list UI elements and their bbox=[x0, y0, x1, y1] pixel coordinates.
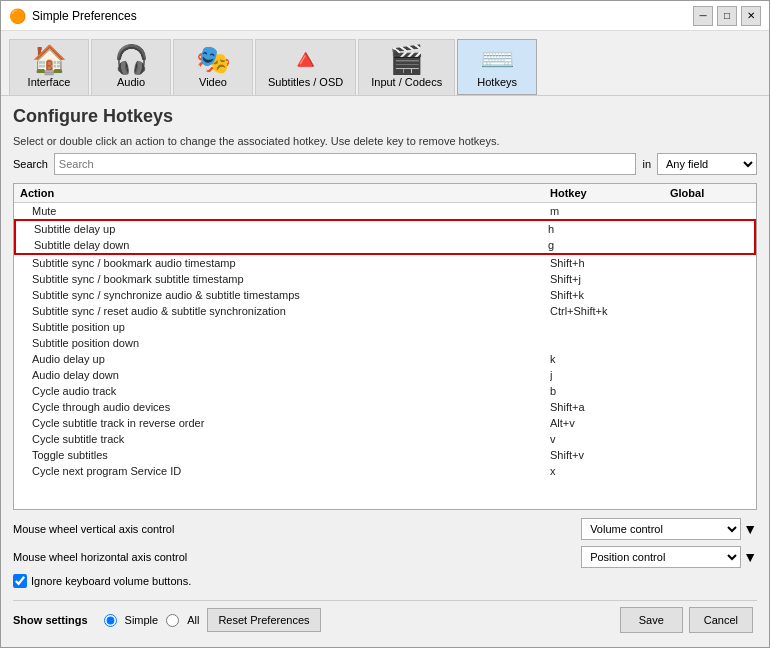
action-cell: Subtitle delay down bbox=[22, 239, 548, 251]
ignore-keyboard-label: Ignore keyboard volume buttons. bbox=[31, 575, 191, 587]
horizontal-axis-label: Mouse wheel horizontal axis control bbox=[13, 551, 581, 563]
radio-simple[interactable] bbox=[104, 614, 117, 627]
action-cell: Subtitle sync / synchronize audio & subt… bbox=[20, 289, 550, 301]
table-row[interactable]: Cycle through audio devicesShift+a bbox=[14, 399, 756, 415]
radio-group: Simple All bbox=[104, 614, 200, 627]
tab-hotkeys[interactable]: ⌨️ Hotkeys bbox=[457, 39, 537, 95]
maximize-button[interactable]: □ bbox=[717, 6, 737, 26]
global-cell bbox=[670, 417, 750, 429]
hotkey-cell: j bbox=[550, 369, 670, 381]
table-row[interactable]: Subtitle position down bbox=[14, 335, 756, 351]
hotkey-cell: Ctrl+Shift+k bbox=[550, 305, 670, 317]
nav-tabs: 🏠 Interface 🎧 Audio 🎭 Video 🔺 Subtitles … bbox=[1, 31, 769, 96]
close-button[interactable]: ✕ bbox=[741, 6, 761, 26]
table-row[interactable]: Toggle subtitlesShift+v bbox=[14, 447, 756, 463]
table-row[interactable]: Cycle audio trackb bbox=[14, 383, 756, 399]
action-cell: Subtitle sync / bookmark audio timestamp bbox=[20, 257, 550, 269]
table-row[interactable]: Cycle subtitle track in reverse orderAlt… bbox=[14, 415, 756, 431]
action-cell: Cycle next program Service ID bbox=[20, 465, 550, 477]
action-cell: Cycle through audio devices bbox=[20, 401, 550, 413]
hotkey-cell: k bbox=[550, 353, 670, 365]
reset-preferences-button[interactable]: Reset Preferences bbox=[207, 608, 320, 632]
hotkey-cell: Shift+k bbox=[550, 289, 670, 301]
action-cell: Cycle subtitle track in reverse order bbox=[20, 417, 550, 429]
title-bar: 🟠 Simple Preferences ─ □ ✕ bbox=[1, 1, 769, 31]
action-cell: Audio delay up bbox=[20, 353, 550, 365]
table-row[interactable]: Mutem bbox=[14, 203, 756, 219]
search-field-select[interactable]: Any field Action Hotkey bbox=[657, 153, 757, 175]
global-cell bbox=[670, 353, 750, 365]
action-cell: Subtitle sync / reset audio & subtitle s… bbox=[20, 305, 550, 317]
table-header: Action Hotkey Global bbox=[14, 184, 756, 203]
app-icon: 🟠 bbox=[9, 8, 26, 24]
interface-icon: 🏠 bbox=[32, 46, 67, 74]
hotkey-cell: m bbox=[550, 205, 670, 217]
horizontal-axis-select[interactable]: Position control Volume control bbox=[581, 546, 741, 568]
action-cell: Mute bbox=[20, 205, 550, 217]
cancel-button[interactable]: Cancel bbox=[689, 607, 753, 633]
table-row[interactable]: Subtitle position up bbox=[14, 319, 756, 335]
column-action: Action bbox=[20, 187, 550, 199]
radio-all[interactable] bbox=[166, 614, 179, 627]
table-row[interactable]: Subtitle delay downg bbox=[16, 237, 754, 253]
hotkey-cell: v bbox=[550, 433, 670, 445]
tab-input[interactable]: 🎬 Input / Codecs bbox=[358, 39, 455, 95]
radio-all-label: All bbox=[187, 614, 199, 626]
global-cell bbox=[670, 369, 750, 381]
table-row[interactable]: Subtitle sync / synchronize audio & subt… bbox=[14, 287, 756, 303]
search-label: Search bbox=[13, 158, 48, 170]
action-cell: Audio delay down bbox=[20, 369, 550, 381]
tab-interface[interactable]: 🏠 Interface bbox=[9, 39, 89, 95]
table-row[interactable]: Audio delay upk bbox=[14, 351, 756, 367]
global-cell bbox=[670, 273, 750, 285]
table-row[interactable]: Subtitle sync / bookmark subtitle timest… bbox=[14, 271, 756, 287]
ignore-keyboard-row: Ignore keyboard volume buttons. bbox=[13, 574, 757, 588]
footer: Show settings Simple All Reset Preferenc… bbox=[13, 600, 757, 637]
tab-subtitles[interactable]: 🔺 Subtitles / OSD bbox=[255, 39, 356, 95]
highlighted-group: Subtitle delay uphSubtitle delay downg bbox=[14, 219, 756, 255]
action-cell: Subtitle position up bbox=[20, 321, 550, 333]
video-icon: 🎭 bbox=[196, 46, 231, 74]
hotkey-cell: g bbox=[548, 239, 668, 251]
action-cell: Subtitle sync / bookmark subtitle timest… bbox=[20, 273, 550, 285]
column-hotkey: Hotkey bbox=[550, 187, 670, 199]
global-cell bbox=[668, 239, 748, 251]
hotkey-cell: Alt+v bbox=[550, 417, 670, 429]
hotkey-cell: b bbox=[550, 385, 670, 397]
minimize-button[interactable]: ─ bbox=[693, 6, 713, 26]
hotkey-cell bbox=[550, 321, 670, 333]
global-cell bbox=[670, 289, 750, 301]
table-row[interactable]: Audio delay downj bbox=[14, 367, 756, 383]
table-row[interactable]: Subtitle sync / bookmark audio timestamp… bbox=[14, 255, 756, 271]
action-cell: Cycle subtitle track bbox=[20, 433, 550, 445]
hotkeys-icon: ⌨️ bbox=[480, 46, 515, 74]
tab-audio[interactable]: 🎧 Audio bbox=[91, 39, 171, 95]
table-row[interactable]: Subtitle delay uph bbox=[16, 221, 754, 237]
action-cell: Subtitle position down bbox=[20, 337, 550, 349]
footer-left: Show settings Simple All Reset Preferenc… bbox=[13, 608, 321, 632]
footer-right: Save Cancel bbox=[620, 607, 753, 633]
ignore-keyboard-checkbox[interactable] bbox=[13, 574, 27, 588]
horizontal-axis-row: Mouse wheel horizontal axis control Posi… bbox=[13, 546, 757, 568]
save-button[interactable]: Save bbox=[620, 607, 683, 633]
vertical-axis-select[interactable]: Volume control Position control bbox=[581, 518, 741, 540]
global-cell bbox=[668, 223, 748, 235]
vertical-axis-row: Mouse wheel vertical axis control Volume… bbox=[13, 518, 757, 540]
window-title: Simple Preferences bbox=[32, 9, 137, 23]
table-row[interactable]: Cycle subtitle trackv bbox=[14, 431, 756, 447]
table-row[interactable]: Subtitle sync / reset audio & subtitle s… bbox=[14, 303, 756, 319]
tab-video[interactable]: 🎭 Video bbox=[173, 39, 253, 95]
search-input[interactable] bbox=[54, 153, 637, 175]
hotkeys-table: Action Hotkey Global MutemSubtitle delay… bbox=[13, 183, 757, 510]
table-body: MutemSubtitle delay uphSubtitle delay do… bbox=[14, 203, 756, 509]
global-cell bbox=[670, 257, 750, 269]
table-row[interactable]: Cycle next program Service IDx bbox=[14, 463, 756, 479]
audio-icon: 🎧 bbox=[114, 46, 149, 74]
page-title: Configure Hotkeys bbox=[13, 106, 757, 127]
subtitles-icon: 🔺 bbox=[288, 46, 323, 74]
global-cell bbox=[670, 321, 750, 333]
radio-simple-label: Simple bbox=[125, 614, 159, 626]
hotkey-cell: x bbox=[550, 465, 670, 477]
show-settings-label: Show settings bbox=[13, 614, 88, 626]
global-cell bbox=[670, 205, 750, 217]
